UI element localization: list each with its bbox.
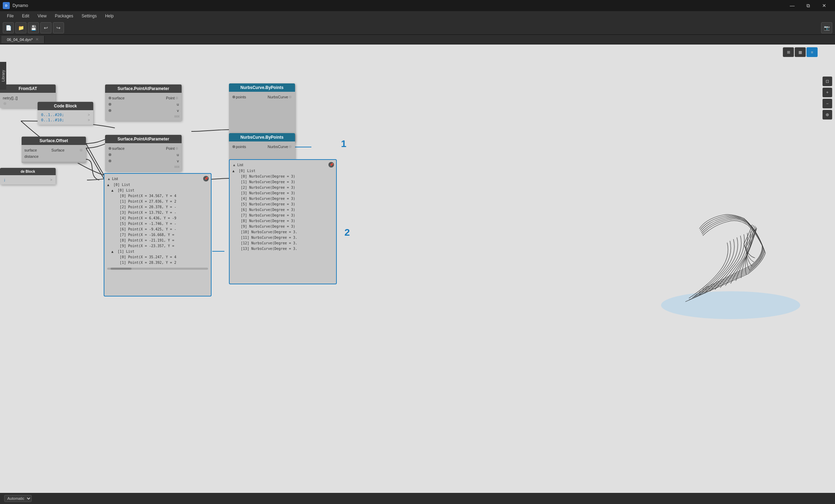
screenshot-button[interactable]: 📷 [821, 22, 832, 33]
label-sp1-surface: surface [112, 96, 125, 100]
save-button[interactable]: 💾 [28, 22, 39, 33]
code-text-left-1: ; [3, 178, 6, 182]
node-footer-surface-offset [22, 162, 86, 163]
canvas[interactable]: Library ⊞ ▦ ≡ ⊡ + − ⊕ FromSAT netry[]..[… [0, 44, 835, 504]
restore-button[interactable]: ⧉ [800, 0, 816, 11]
node-body-sp1: surface Point u v xxx [105, 93, 182, 121]
code-text-1: 0..1..#20; [41, 113, 64, 117]
node-header-nurbs2: NurbsCurve.ByPoints [229, 133, 295, 141]
add-button[interactable]: ⊕ [822, 110, 832, 120]
label-sp2-point-out: Point [166, 146, 175, 151]
preview-pin-2[interactable]: 📌 [328, 162, 334, 168]
node-header-nurbs1: NurbsCurve.ByPoints [229, 83, 295, 92]
redo-button[interactable]: ↪ [53, 22, 64, 33]
label-nurbs1-points: points [236, 95, 246, 99]
port-left-1: > [50, 178, 52, 182]
menu-settings[interactable]: Settings [78, 12, 101, 20]
label-nurbs2-out: NurbsCurve [268, 145, 288, 149]
toolbar: 📄 📁 💾 ↩ ↪ 📷 [0, 21, 835, 35]
node-row-nurbs1-points: points NurbsCurve [229, 94, 295, 100]
node-row-distance: distance [22, 153, 86, 160]
tab-main-file[interactable]: 06_04_04.dyn* ✕ [1, 36, 45, 43]
port-sp2-surface-in [109, 147, 111, 150]
node-xxx-sp1: xxx [105, 114, 182, 119]
label-surface-out: Surface [51, 148, 65, 152]
label-sp2-u: u [177, 153, 179, 157]
svg-point-3 [661, 291, 800, 319]
label-sp1-u: u [177, 102, 179, 106]
app-title: Dynamo [13, 3, 784, 8]
new-button[interactable]: 📄 [3, 22, 14, 33]
preview-header-1: ▲ List [107, 177, 208, 181]
node-header-codeblock-left: de Block [0, 168, 56, 175]
port-indicator-2: > [88, 118, 90, 122]
minimize-button[interactable]: — [784, 0, 800, 11]
menu-file[interactable]: File [3, 12, 18, 20]
node-row-sp2-v: v [105, 158, 182, 164]
code-line-left-1: ; > [3, 177, 52, 182]
label-surface-in: surface [24, 148, 37, 152]
label-sp2-v: v [177, 159, 179, 163]
menu-view[interactable]: View [33, 12, 51, 20]
node-code-block-main[interactable]: Code Block 0..1..#20; > 0..1..#10; > [38, 102, 93, 125]
label-sp1-v: v [177, 108, 179, 113]
menu-edit[interactable]: Edit [18, 12, 33, 20]
port-sp2-u-in [109, 153, 111, 156]
close-tab-button[interactable]: ✕ [35, 37, 39, 42]
zoom-fit-button[interactable]: ⊡ [822, 76, 832, 86]
statusbar: Automatic Manual [0, 493, 835, 504]
label-distance: distance [24, 154, 39, 158]
node-header-sp1: Surface.PointAtParameter [105, 84, 182, 93]
view-mode-grid[interactable]: ⊞ [783, 47, 794, 57]
view-mode-list[interactable]: ≡ [806, 47, 818, 57]
node-row-sp2-surface: surface Point [105, 145, 182, 152]
close-button[interactable]: ✕ [816, 0, 832, 11]
undo-button[interactable]: ↩ [40, 22, 51, 33]
titlebar: D Dynamo — ⧉ ✕ [0, 0, 835, 11]
tabbar: 06_04_04.dyn* ✕ [0, 35, 835, 44]
node-body-sp2: surface Point u v xxx [105, 143, 182, 171]
preview-content-2: ▲ [0] List [0] NurbsCurve(Degree = 3) [1… [232, 168, 333, 252]
preview-content-1: ▲ [0] List ▲ [0] List [0] Point(X = 34.5… [107, 182, 208, 266]
port-sp1-v-in [109, 109, 111, 112]
open-button[interactable]: 📁 [15, 22, 26, 33]
port-surface-out [80, 149, 82, 152]
zoom-out-button[interactable]: − [822, 99, 832, 108]
menu-help[interactable]: Help [101, 12, 118, 20]
port-out [3, 102, 6, 105]
node-row-sp1-surface: surface Point [105, 95, 182, 101]
node-body-codeblock-left: ; > [0, 175, 56, 185]
preview-pin-1[interactable]: 📌 [203, 176, 209, 181]
port-nurbs1-out [289, 96, 292, 98]
preview-scroll-thumb-1 [111, 268, 132, 270]
node-surface-point1[interactable]: Surface.PointAtParameter surface Point u… [105, 84, 182, 121]
3d-preview [619, 166, 814, 323]
library-tab[interactable]: Library [0, 62, 6, 90]
execution-mode-select[interactable]: Automatic Manual [4, 495, 32, 502]
node-xxx-sp2: xxx [105, 164, 182, 169]
zoom-in-button[interactable]: + [822, 88, 832, 97]
port-sp1-u-in [109, 103, 111, 106]
node-row-surface: surface Surface [22, 147, 86, 153]
node-header-surface-offset: Surface.Offset [22, 137, 86, 145]
node-label-geometry: netry[]..[] [3, 96, 18, 100]
port-sp1-surface-in [109, 97, 111, 99]
menubar: File Edit View Packages Settings Help [0, 11, 835, 21]
node-header-codeblock-main: Code Block [38, 102, 93, 110]
menu-packages[interactable]: Packages [51, 12, 78, 20]
view-mode-split[interactable]: ▦ [795, 47, 806, 57]
preview-label-1: List [112, 177, 118, 181]
node-surface-offset[interactable]: Surface.Offset surface Surface distance [22, 137, 86, 163]
port-nurbs1-points-in [232, 96, 235, 98]
preview-panel-2[interactable]: 📌 ▲ List ▲ [0] List [0] NurbsCurve(Degre… [229, 159, 337, 284]
node-surface-point2[interactable]: Surface.PointAtParameter surface Point u… [105, 135, 182, 171]
app-icon: D [3, 2, 10, 9]
port-sp2-v-in [109, 160, 111, 162]
preview-panel-1[interactable]: 📌 ▲ List ▲ [0] List ▲ [0] List [0] Point… [104, 173, 212, 296]
callout-2: 2 [344, 227, 350, 238]
node-code-block-left[interactable]: de Block ; > [0, 168, 56, 185]
node-empty-nurbs1 [229, 100, 295, 135]
preview-scrollbar-1[interactable] [107, 268, 208, 270]
code-line-1: 0..1..#20; > [41, 112, 90, 117]
node-body-surface-offset: surface Surface distance [22, 145, 86, 162]
